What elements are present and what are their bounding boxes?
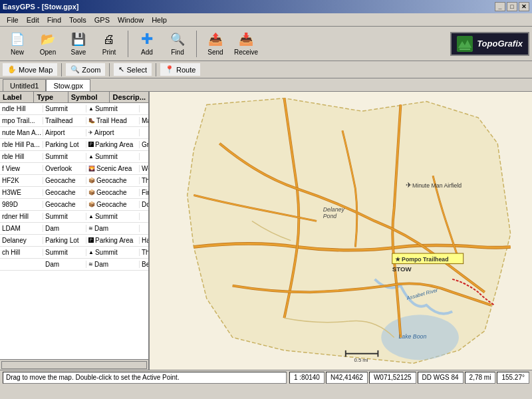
symbol-icon: ▲ bbox=[88, 249, 94, 255]
menu-window[interactable]: Window bbox=[114, 15, 148, 25]
status-datum: DD WGS 84 bbox=[418, 372, 464, 384]
symbol-icon: ▲ bbox=[88, 154, 94, 160]
table-row[interactable]: rble Hill Pa... Parking Lot 🅿 Parking Ar… bbox=[0, 139, 148, 151]
symbol-icon: 📦 bbox=[88, 201, 95, 207]
minute-man-airfield-label: Minute Man Airfield bbox=[412, 182, 462, 189]
panel-scrollbar[interactable] bbox=[0, 359, 148, 370]
receive-icon: 📥 bbox=[238, 31, 254, 47]
select-button[interactable]: ↖ Select bbox=[114, 63, 152, 76]
save-button[interactable]: 💾 Save bbox=[64, 29, 93, 59]
map-area[interactable]: ✈ Minute Man Airfield ★ Pompo Trailhead … bbox=[150, 92, 532, 370]
print-button[interactable]: 🖨 Print bbox=[94, 29, 124, 59]
symbol-icon: 🥾 bbox=[88, 118, 95, 124]
table-row[interactable]: rble Hill Summit ▲ Summit bbox=[0, 151, 148, 163]
cell-type: Airport bbox=[43, 129, 86, 136]
cell-symbol: ≋ Dam bbox=[86, 225, 140, 232]
table-row[interactable]: HF2K Geocache 📦 Geocache The Los bbox=[0, 175, 148, 187]
status-scale: 1 :80140 bbox=[289, 372, 325, 384]
cell-type: Geocache bbox=[43, 177, 86, 184]
open-icon: 📂 bbox=[40, 31, 56, 47]
send-button[interactable]: 📤 Send bbox=[201, 29, 230, 59]
symbol-icon: ▲ bbox=[88, 106, 94, 112]
cell-type: Summit bbox=[43, 105, 86, 112]
symbol-icon: 🅿 bbox=[88, 142, 94, 148]
cell-label: ndle Hill bbox=[0, 105, 43, 112]
table-row[interactable]: f View Overlook 🌄 Scenic Area Wedge bbox=[0, 163, 148, 175]
symbol-icon: ✈ bbox=[88, 130, 93, 136]
cell-symbol: 🥾 Trail Head bbox=[86, 117, 140, 124]
cell-type: Geocache bbox=[43, 201, 86, 208]
cell-symbol: ▲ Summit bbox=[86, 249, 140, 256]
status-bar: Drag to move the map. Double-click to se… bbox=[0, 370, 532, 384]
cell-label: rble Hill bbox=[0, 153, 43, 160]
route-icon: 📍 bbox=[165, 65, 174, 74]
print-icon: 🖨 bbox=[101, 31, 117, 47]
receive-button[interactable]: 📥 Receive bbox=[231, 29, 261, 59]
send-icon: 📤 bbox=[207, 31, 223, 47]
menu-edit[interactable]: Edit bbox=[23, 15, 43, 25]
toolbar2-sep-3 bbox=[156, 63, 156, 76]
lake-boon-label: Lake Boon bbox=[399, 333, 427, 340]
cell-symbol: 🌄 Scenic Area bbox=[86, 165, 140, 172]
table-body[interactable]: ndle Hill Summit ▲ Summit mpo Trail... T… bbox=[0, 103, 148, 359]
table-row[interactable]: ndle Hill Summit ▲ Summit bbox=[0, 103, 148, 115]
table-row[interactable]: LDAM Dam ≋ Dam bbox=[0, 223, 148, 235]
menu-gps[interactable]: GPS bbox=[90, 15, 114, 25]
menu-file[interactable]: File bbox=[3, 15, 23, 25]
move-map-button[interactable]: ✋ Move Map bbox=[3, 63, 57, 76]
status-lon: W071,52125 bbox=[369, 372, 416, 384]
cell-label: ch Hill bbox=[0, 249, 43, 256]
status-bearing: 155.27° bbox=[497, 372, 529, 384]
map-svg[interactable]: ✈ Minute Man Airfield ★ Pompo Trailhead … bbox=[150, 92, 532, 370]
cell-type: Overlook bbox=[43, 165, 86, 172]
tab-stow-gpx[interactable]: Stow.gpx bbox=[46, 79, 90, 91]
table-row[interactable]: nute Man A... Airport ✈ Airport bbox=[0, 127, 148, 139]
left-panel: Label Type Symbol Descrip... ndle Hill S… bbox=[0, 92, 150, 370]
scale-label: 0.5 mi bbox=[354, 357, 368, 363]
main-content: Label Type Symbol Descrip... ndle Hill S… bbox=[0, 92, 532, 370]
cell-type: Dam bbox=[43, 261, 86, 268]
symbol-icon: 🅿 bbox=[88, 237, 94, 243]
table-row[interactable]: Dam ≋ Dam Ben Smi bbox=[0, 259, 148, 271]
open-button[interactable]: 📂 Open bbox=[33, 29, 63, 59]
table-row[interactable]: ch Hill Summit ▲ Summit There a bbox=[0, 247, 148, 259]
table-row[interactable]: rdner Hill Summit ▲ Summit bbox=[0, 211, 148, 223]
menu-find[interactable]: Find bbox=[43, 15, 65, 25]
zoom-button[interactable]: 🔍 Zoom bbox=[66, 63, 105, 76]
toolbar2-sep-2 bbox=[109, 63, 110, 76]
menu-bar: File Edit Find Tools GPS Window Help bbox=[0, 13, 532, 27]
maximize-button[interactable]: □ bbox=[507, 2, 517, 11]
minimize-button[interactable]: _ bbox=[495, 2, 505, 11]
table-row[interactable]: H3WE Geocache 📦 Geocache Firefigh bbox=[0, 187, 148, 199]
table-row[interactable]: Delaney Parking Lot 🅿 Parking Area Harva… bbox=[0, 235, 148, 247]
cell-type: Summit bbox=[43, 249, 86, 256]
cell-symbol: 🅿 Parking Area bbox=[86, 141, 140, 148]
territory-outline bbox=[188, 98, 511, 364]
add-icon: ✚ bbox=[139, 31, 155, 47]
cell-desc: Dogs at bbox=[140, 201, 148, 208]
tab-untitled1[interactable]: Untitled1 bbox=[3, 79, 46, 91]
cell-type: Parking Lot bbox=[43, 141, 86, 148]
cell-symbol: ≋ Dam bbox=[86, 261, 140, 268]
table-row[interactable]: mpo Trail... Trailhead 🥾 Trail Head Marb… bbox=[0, 115, 148, 127]
delaney-pond-label2: Pond bbox=[323, 213, 338, 219]
cell-desc: Firefigh bbox=[140, 189, 148, 196]
cell-desc: Ben Smi bbox=[140, 261, 148, 268]
scrollbar-track[interactable] bbox=[1, 361, 147, 369]
new-button[interactable]: 📄 New bbox=[3, 29, 32, 59]
add-button[interactable]: ✚ Add bbox=[132, 29, 162, 59]
airfield-label: ✈ bbox=[406, 181, 412, 189]
cell-type: Dam bbox=[43, 225, 86, 232]
find-button[interactable]: 🔍 Find bbox=[163, 29, 192, 59]
close-button[interactable]: ✕ bbox=[519, 2, 529, 11]
menu-tools[interactable]: Tools bbox=[65, 15, 90, 25]
view-toolbar: ✋ Move Map 🔍 Zoom ↖ Select 📍 Route bbox=[0, 61, 532, 78]
stow-label: STOW bbox=[392, 265, 412, 273]
cell-label: 989D bbox=[0, 201, 43, 208]
table-row[interactable]: 989D Geocache 📦 Geocache Dogs at bbox=[0, 199, 148, 211]
cell-symbol: 📦 Geocache bbox=[86, 177, 140, 184]
cell-label: rdner Hill bbox=[0, 213, 43, 220]
menu-help[interactable]: Help bbox=[148, 15, 171, 25]
cell-label: rble Hill Pa... bbox=[0, 141, 43, 148]
route-button[interactable]: 📍 Route bbox=[160, 63, 200, 76]
